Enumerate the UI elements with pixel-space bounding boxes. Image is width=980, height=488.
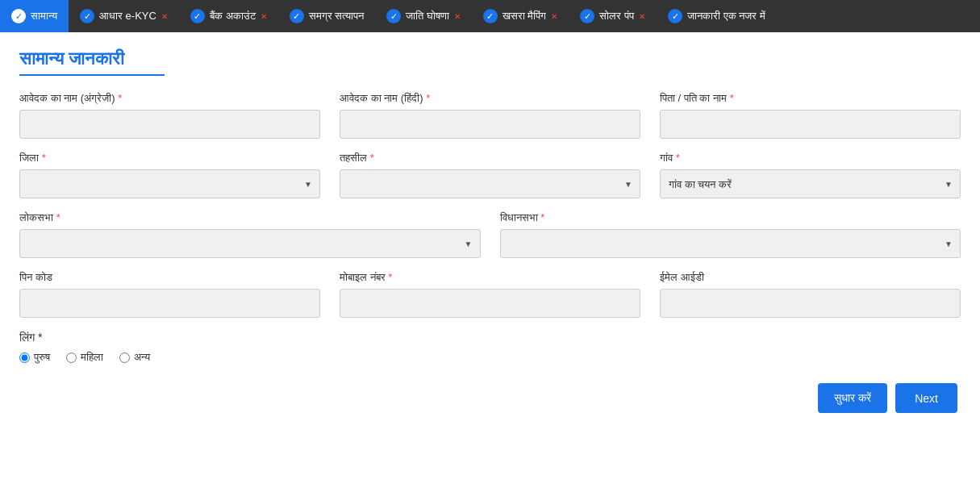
input-pincode[interactable] <box>19 289 320 318</box>
form-row-loksabha-vidhansabha: लोकसभा * विधानसभा * <box>19 211 961 258</box>
nav-item-jati[interactable]: ✓ जाति घोषणा ✕ <box>375 0 472 32</box>
form-group-tehsil: तहसील * <box>340 152 640 198</box>
select-wrapper-village: गांव का चयन करें <box>660 169 961 198</box>
sudhar-button[interactable]: सुधार करें <box>818 383 887 413</box>
form-group-loksabha: लोकसभा * <box>19 211 481 258</box>
check-icon-aadhar: ✓ <box>80 9 94 23</box>
form-group-village: गांव * गांव का चयन करें <box>660 152 961 198</box>
label-father-name: पिता / पति का नाम * <box>660 92 961 105</box>
select-village[interactable]: गांव का चयन करें <box>660 169 961 198</box>
nav-label-samagra: समग्र सत्यापन <box>309 10 365 23</box>
form-group-mobile: मोबाइल नंबर * <box>340 271 640 318</box>
select-vidhansabha[interactable] <box>500 229 961 258</box>
nav-item-solar[interactable]: ✓ सोलर पंप ✕ <box>569 0 657 32</box>
nav-item-aadhar[interactable]: ✓ आधार e-KYC ✕ <box>69 0 179 32</box>
label-tehsil: तहसील * <box>340 152 640 165</box>
req-dot-aadhar: ✕ <box>161 12 168 21</box>
nav-label-solar: सोलर पंप <box>599 10 634 23</box>
radio-label-other: अन्य <box>134 351 150 364</box>
select-wrapper-district <box>19 169 320 198</box>
nav-label-khasra: खसरा मैपिंग <box>503 10 547 23</box>
form-row-pin-mobile-email: पिन कोड मोबाइल नंबर * ईमेल आईडी <box>19 271 961 318</box>
radio-label-female: महिला <box>81 351 103 364</box>
radio-option-other[interactable]: अन्य <box>119 351 150 364</box>
page-title: सामान्य जानकारी <box>19 48 961 69</box>
input-mobile[interactable] <box>340 289 640 318</box>
nav-item-samanya[interactable]: ✓ सामान्य <box>0 0 69 32</box>
input-name-english[interactable] <box>19 110 320 139</box>
select-tehsil[interactable] <box>340 169 640 198</box>
nav-item-khasra[interactable]: ✓ खसरा मैपिंग ✕ <box>472 0 569 32</box>
check-icon-solar: ✓ <box>580 9 594 23</box>
select-wrapper-loksabha <box>19 229 481 258</box>
nav-label-samanya: सामान्य <box>31 10 57 23</box>
check-icon-jati: ✓ <box>386 9 401 23</box>
input-email[interactable] <box>660 289 961 318</box>
radio-male[interactable] <box>19 352 30 363</box>
gender-row: लिंग * पुरुष महिला अन्य <box>19 331 961 364</box>
next-button[interactable]: Next <box>895 383 957 413</box>
nav-label-aadhar: आधार e-KYC <box>99 10 156 23</box>
check-icon-samanya: ✓ <box>11 9 26 23</box>
label-loksabha: लोकसभा * <box>19 211 481 224</box>
btn-area: सुधार करें Next <box>19 383 961 413</box>
nav-label-jankari: जानकारी एक नजर में <box>687 10 765 23</box>
req-dot-bank: ✕ <box>261 12 267 21</box>
form-group-email: ईमेल आईडी <box>660 271 961 318</box>
check-icon-jankari: ✓ <box>668 9 682 23</box>
label-name-english: आवेदक का नाम (अंग्रेजी) * <box>19 92 320 105</box>
nav-label-bank: बैंक अकाउंट <box>210 10 256 23</box>
select-wrapper-tehsil <box>340 169 640 198</box>
label-email: ईमेल आईडी <box>660 271 961 284</box>
form-group-pincode: पिन कोड <box>19 271 320 318</box>
label-vidhansabha: विधानसभा * <box>500 211 961 224</box>
radio-option-male[interactable]: पुरुष <box>19 351 50 364</box>
req-dot-solar: ✕ <box>639 12 645 21</box>
select-district[interactable] <box>19 169 320 198</box>
radio-other[interactable] <box>119 352 130 363</box>
form-group-vidhansabha: विधानसभा * <box>500 211 961 258</box>
req-dot-jati: ✕ <box>454 12 461 21</box>
input-father-name[interactable] <box>660 110 961 139</box>
radio-label-male: पुरुष <box>34 351 50 364</box>
label-name-hindi: आवेदक का नाम (हिंदी) * <box>340 92 640 105</box>
label-mobile: मोबाइल नंबर * <box>340 271 640 284</box>
check-icon-khasra: ✓ <box>483 9 498 23</box>
check-icon-bank: ✓ <box>190 9 205 23</box>
nav-bar: ✓ सामान्य ✓ आधार e-KYC ✕ ✓ बैंक अकाउंट ✕… <box>0 0 980 32</box>
input-name-hindi[interactable] <box>340 110 640 139</box>
label-gender: लिंग * <box>19 331 961 344</box>
radio-group-gender: पुरुष महिला अन्य <box>19 351 961 364</box>
select-wrapper-vidhansabha <box>500 229 961 258</box>
form-group-father-name: पिता / पति का नाम * <box>660 92 961 139</box>
form-group-name-hindi: आवेदक का नाम (हिंदी) * <box>340 92 640 139</box>
nav-label-jati: जाति घोषणा <box>406 10 449 23</box>
form-group-name-english: आवेदक का नाम (अंग्रेजी) * <box>19 92 320 139</box>
label-village: गांव * <box>660 152 961 165</box>
nav-item-samagra[interactable]: ✓ समग्र सत्यापन <box>278 0 376 32</box>
form-grid: आवेदक का नाम (अंग्रेजी) * आवेदक का नाम (… <box>19 92 961 364</box>
radio-female[interactable] <box>66 352 77 363</box>
main-content: सामान्य जानकारी आवेदक का नाम (अंग्रेजी) … <box>0 32 980 429</box>
title-underline <box>19 74 165 76</box>
nav-item-bank[interactable]: ✓ बैंक अकाउंट ✕ <box>179 0 278 32</box>
radio-option-female[interactable]: महिला <box>66 351 103 364</box>
nav-item-jankari[interactable]: ✓ जानकारी एक नजर में <box>657 0 777 32</box>
form-group-district: जिला * <box>19 152 320 198</box>
select-loksabha[interactable] <box>19 229 481 258</box>
check-icon-samagra: ✓ <box>290 9 304 23</box>
label-pincode: पिन कोड <box>19 271 320 284</box>
label-district: जिला * <box>19 152 320 165</box>
req-dot-khasra: ✕ <box>551 12 557 21</box>
